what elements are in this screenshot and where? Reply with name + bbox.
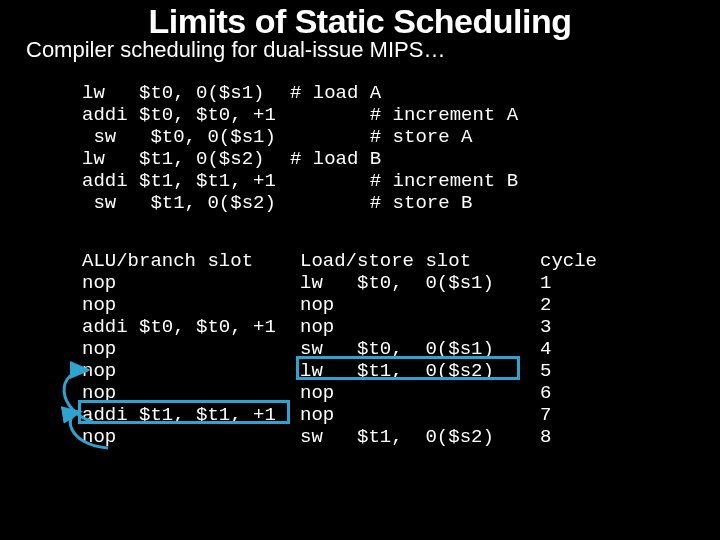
dependency-arrow-lower	[0, 0, 720, 540]
